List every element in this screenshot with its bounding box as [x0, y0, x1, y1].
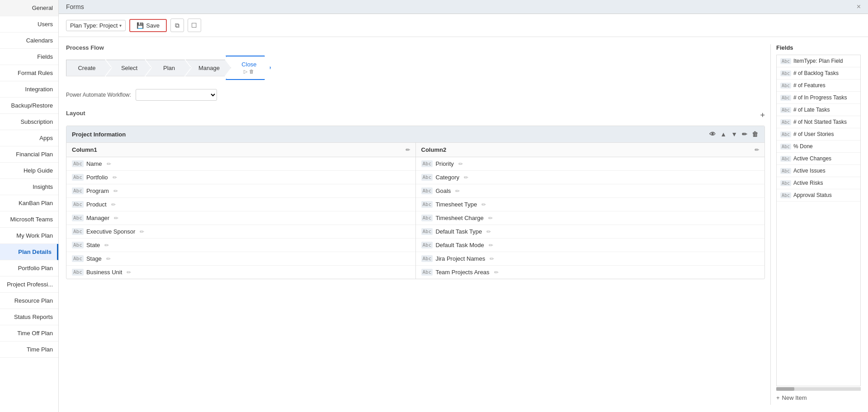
field-type-icon: Abc	[421, 242, 433, 248]
edit-section-icon[interactable]: ✏	[741, 130, 748, 139]
field-label: Jira Project Names	[435, 255, 485, 262]
sidebar-item-backup/restore[interactable]: Backup/Restore	[0, 98, 58, 114]
sidebar-item-portfolio-plan[interactable]: Portfolio Plan	[0, 260, 58, 276]
flow-step-manage[interactable]: Manage	[191, 60, 231, 76]
copy-button[interactable]: ⧉	[170, 19, 184, 32]
sidebar-item-insights[interactable]: Insights	[0, 179, 58, 195]
edit-field-icon[interactable]: ✏	[486, 229, 491, 235]
sidebar-item-kanban-plan[interactable]: KanBan Plan	[0, 195, 58, 211]
fields-panel-item[interactable]: Abc # of Backlog Tasks	[777, 67, 860, 80]
sidebar-item-apps[interactable]: Apps	[0, 130, 58, 146]
field-type-icon: Abc	[72, 228, 84, 235]
close-icon[interactable]: ×	[857, 3, 861, 11]
fields-panel-item[interactable]: Abc # of Features	[777, 80, 860, 92]
field-item-icon: Abc	[780, 168, 791, 174]
flow-box-close[interactable]: Close▷🗑	[226, 56, 271, 80]
edit-field-icon[interactable]: ✏	[106, 256, 111, 262]
new-item-button[interactable]: + New Item	[776, 391, 861, 405]
field-row: Abc Manager ✏	[66, 211, 415, 225]
edit-field-icon[interactable]: ✏	[104, 242, 109, 248]
fields-panel-item[interactable]: Abc Approval Status	[777, 189, 860, 201]
sidebar-item-plan-details[interactable]: Plan Details	[0, 244, 58, 260]
fields-panel-item[interactable]: Abc # of In Progress Tasks	[777, 92, 860, 104]
edit-field-icon[interactable]: ✏	[113, 188, 118, 194]
edit-field-icon[interactable]: ✏	[127, 269, 131, 276]
edit-field-icon[interactable]: ✏	[140, 229, 144, 235]
fields-panel-item[interactable]: Abc Active Changes	[777, 153, 860, 165]
field-type-icon: Abc	[72, 174, 84, 181]
sidebar-item-financial-plan[interactable]: Financial Plan	[0, 146, 58, 163]
arrow-down-icon[interactable]: ▼	[730, 130, 738, 139]
field-row: Abc Business Unit ✏	[66, 266, 415, 279]
sidebar-item-time-plan[interactable]: Time Plan	[0, 342, 58, 358]
field-item-label: ItemType: Plan Field	[793, 58, 843, 64]
sidebar-item-fields[interactable]: Fields	[0, 49, 58, 65]
save-button[interactable]: 💾 Save	[129, 19, 167, 32]
flow-box-select[interactable]: Select	[106, 60, 151, 76]
left-panel: Process Flow CreateSelectPlanManageClose…	[66, 44, 765, 405]
add-layout-button[interactable]: +	[760, 111, 765, 120]
flow-box-manage[interactable]: Manage	[185, 60, 231, 76]
workflow-select[interactable]	[136, 89, 217, 101]
edit-field-icon[interactable]: ✏	[114, 215, 118, 221]
edit-field-icon[interactable]: ✏	[489, 242, 493, 248]
field-item-label: # of Features	[793, 82, 826, 89]
field-row: Abc Team Projects Areas ✏	[416, 266, 765, 279]
field-type-icon: Abc	[421, 187, 433, 194]
edit-field-icon[interactable]: ✏	[481, 201, 486, 208]
edit-field-icon[interactable]: ✏	[490, 256, 494, 262]
arrow-up-icon[interactable]: ▲	[719, 130, 727, 139]
fields-panel-item[interactable]: Abc Active Issues	[777, 165, 860, 177]
eye-icon[interactable]: 👁	[708, 130, 717, 139]
field-row: Abc Default Task Type ✏	[416, 225, 765, 239]
field-type-icon: Abc	[72, 160, 84, 167]
sidebar-item-my-work-plan[interactable]: My Work Plan	[0, 228, 58, 244]
sidebar-item-format-rules[interactable]: Format Rules	[0, 65, 58, 81]
fields-panel-item[interactable]: Abc % Done	[777, 140, 860, 153]
sidebar-item-project-professi...[interactable]: Project Professi...	[0, 276, 58, 293]
column1-header: Column1 ✏	[66, 143, 415, 157]
fields-panel-item[interactable]: Abc # of User Stories	[777, 128, 860, 140]
flow-box-create[interactable]: Create	[66, 60, 111, 76]
sidebar-item-calendars[interactable]: Calendars	[0, 33, 58, 49]
edit-field-icon[interactable]: ✏	[107, 161, 111, 167]
sidebar-item-subscription[interactable]: Subscription	[0, 114, 58, 130]
edit-field-icon[interactable]: ✏	[464, 174, 468, 181]
sidebar-item-status-reports[interactable]: Status Reports	[0, 309, 58, 325]
delete-section-icon[interactable]: 🗑	[751, 130, 759, 139]
flow-step-select[interactable]: Select	[111, 60, 151, 76]
field-item-icon: Abc	[780, 70, 791, 76]
sidebar-item-users[interactable]: Users	[0, 16, 58, 33]
sidebar-item-integration[interactable]: Integration	[0, 81, 58, 98]
field-label: Stage	[86, 255, 102, 262]
edit-field-icon[interactable]: ✏	[458, 161, 463, 167]
field-type-icon: Abc	[72, 269, 84, 276]
edit-field-icon[interactable]: ✏	[494, 269, 499, 276]
edit-column2-icon[interactable]: ✏	[755, 147, 759, 153]
fields-panel-item[interactable]: Abc # of Not Started Tasks	[777, 116, 860, 128]
field-label: Goals	[435, 187, 451, 194]
sidebar-item-general[interactable]: General	[0, 0, 58, 16]
fields-panel-item[interactable]: Abc ItemType: Plan Field	[777, 55, 860, 67]
flow-step-create[interactable]: Create	[66, 60, 111, 76]
plan-type-selector[interactable]: Plan Type: Project ▾	[66, 20, 126, 31]
edit-field-icon[interactable]: ✏	[488, 215, 493, 221]
sidebar-item-microsoft-teams[interactable]: Microsoft Teams	[0, 211, 58, 228]
sidebar-item-help-guide[interactable]: Help Guide	[0, 163, 58, 179]
field-type-icon: Abc	[421, 255, 433, 262]
clear-button[interactable]: ☐	[188, 19, 201, 32]
fields-list: Abc ItemType: Plan Field Abc # of Backlo…	[776, 55, 861, 386]
flow-step-plan[interactable]: Plan	[151, 60, 191, 76]
flow-box-plan[interactable]: Plan	[146, 60, 191, 76]
flow-step-close[interactable]: Close▷🗑	[231, 56, 271, 80]
edit-field-icon[interactable]: ✏	[111, 201, 116, 208]
edit-field-icon[interactable]: ✏	[113, 174, 117, 181]
sidebar-item-resource-plan[interactable]: Resource Plan	[0, 293, 58, 309]
sidebar-item-time-off-plan[interactable]: Time Off Plan	[0, 325, 58, 342]
edit-column1-icon[interactable]: ✏	[406, 147, 410, 153]
fields-panel-item[interactable]: Abc # of Late Tasks	[777, 104, 860, 116]
edit-field-icon[interactable]: ✏	[455, 188, 460, 194]
field-row: Abc Category ✏	[416, 171, 765, 184]
fields-panel-item[interactable]: Abc Active Risks	[777, 177, 860, 189]
field-type-icon: Abc	[72, 215, 84, 221]
